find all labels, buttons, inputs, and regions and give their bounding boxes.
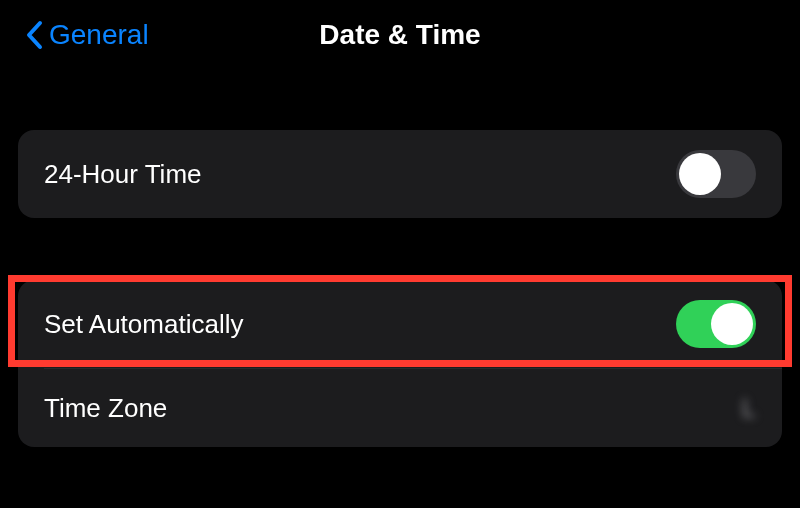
toggle-knob [679, 153, 721, 195]
row-time-zone-value: L [742, 393, 756, 424]
group-24hour: 24-Hour Time [18, 130, 782, 218]
row-set-automatically-label: Set Automatically [44, 309, 243, 340]
toggle-knob [711, 303, 753, 345]
content-area: 24-Hour Time Set Automatically Time Zone… [0, 70, 800, 447]
group-autotime: Set Automatically Time Zone L [18, 280, 782, 447]
row-24hour-label: 24-Hour Time [44, 159, 202, 190]
toggle-set-automatically[interactable] [676, 300, 756, 348]
row-time-zone-label: Time Zone [44, 393, 167, 424]
toggle-24hour[interactable] [676, 150, 756, 198]
back-label: General [49, 19, 149, 51]
row-time-zone[interactable]: Time Zone L [18, 369, 782, 447]
row-24hour: 24-Hour Time [18, 130, 782, 218]
header-bar: General Date & Time [0, 0, 800, 70]
chevron-left-icon [25, 20, 43, 50]
row-set-automatically: Set Automatically [18, 280, 782, 368]
page-title: Date & Time [319, 19, 480, 51]
back-button[interactable]: General [25, 19, 149, 51]
